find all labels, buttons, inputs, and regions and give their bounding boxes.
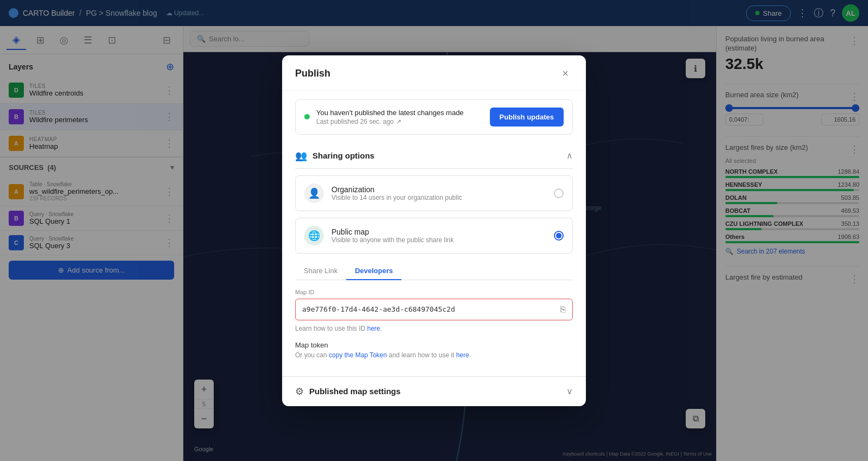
tab-share-link[interactable]: Share Link (295, 262, 346, 280)
publish-banner-title: You haven't published the latest changes… (316, 109, 483, 117)
settings-title: Published map settings (309, 387, 400, 396)
copy-icon[interactable]: ⎘ (560, 305, 566, 314)
external-link-icon[interactable]: ↗ (396, 118, 401, 125)
settings-gear-icon: ⚙ (295, 386, 304, 397)
option-title: Organization (331, 185, 546, 194)
sharing-chevron-icon: ∧ (566, 150, 573, 161)
option-info: Public map Visible to anyone with the pu… (331, 228, 546, 244)
settings-header[interactable]: ⚙ Published map settings ∨ (295, 386, 573, 397)
organization-option[interactable]: 👤 Organization Visible to 14 users in yo… (295, 175, 573, 211)
map-id-input-wrap: a9e776f0-17d4-4642-ae3d-c68497045c2d ⎘ (295, 299, 573, 320)
option-title: Public map (331, 228, 546, 236)
organization-radio[interactable] (554, 188, 564, 198)
publish-banner-subtitle: Last published 26 sec. ago ↗ (316, 118, 483, 125)
map-id-label: Map ID (295, 289, 573, 295)
sharing-title-row: 👥 Sharing options (295, 150, 374, 162)
publish-banner-info: You haven't published the latest changes… (316, 109, 483, 125)
settings-section: ⚙ Published map settings ∨ (282, 376, 586, 406)
map-id-hint-link[interactable]: here (367, 325, 380, 332)
map-id-hint: Learn how to use this ID here. (295, 325, 573, 332)
option-info: Organization Visible to 14 users in your… (331, 185, 546, 201)
option-desc: Visible to 14 users in your organization… (331, 194, 546, 201)
public-map-icon: 🌐 (304, 226, 324, 245)
tab-developers[interactable]: Developers (346, 262, 401, 280)
option-desc: Visible to anyone with the public share … (331, 236, 546, 244)
publish-status-dot (304, 114, 310, 119)
map-token-section: Map token Or you can copy the Map Token … (295, 341, 573, 368)
sharing-icon: 👥 (295, 150, 307, 162)
modal-overlay[interactable]: Publish × You haven't published the late… (0, 0, 868, 461)
publish-updates-button[interactable]: Publish updates (490, 108, 564, 127)
sharing-title: Sharing options (312, 151, 374, 160)
map-token-label: Map token (295, 341, 573, 349)
sharing-header[interactable]: 👥 Sharing options ∧ (295, 143, 573, 169)
publish-modal: Publish × You haven't published the late… (282, 55, 586, 406)
map-id-value: a9e776f0-17d4-4642-ae3d-c68497045c2d (302, 305, 556, 313)
map-id-section: Map ID a9e776f0-17d4-4642-ae3d-c68497045… (295, 289, 573, 332)
map-token-learn-link[interactable]: here (456, 351, 469, 359)
public-map-option[interactable]: 🌐 Public map Visible to anyone with the … (295, 218, 573, 254)
public-map-radio[interactable] (554, 231, 564, 241)
modal-title: Publish (295, 68, 330, 79)
publish-banner: You haven't published the latest changes… (295, 99, 573, 135)
settings-title-row: ⚙ Published map settings (295, 386, 400, 397)
organization-icon: 👤 (304, 184, 324, 203)
copy-map-token-link[interactable]: copy the Map Token (329, 351, 387, 359)
map-token-desc: Or you can copy the Map Token and learn … (295, 351, 573, 359)
modal-close-button[interactable]: × (558, 66, 573, 81)
settings-chevron-icon: ∨ (566, 386, 573, 396)
link-tabs: Share Link Developers (295, 262, 573, 280)
sharing-section: 👥 Sharing options ∧ 👤 Organization Visib… (282, 143, 586, 376)
modal-header: Publish × (282, 55, 586, 91)
